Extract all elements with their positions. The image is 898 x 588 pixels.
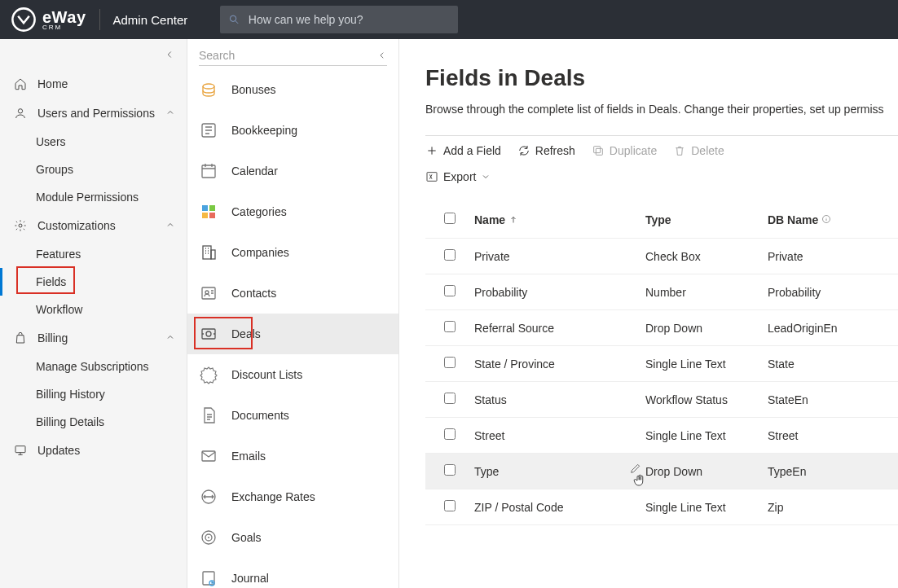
add-field-label: Add a Field	[443, 144, 501, 157]
cell-name: State / Province	[474, 358, 645, 371]
table-row[interactable]: ProbabilityNumberProbability	[425, 274, 898, 310]
nav-label: Users	[36, 135, 66, 148]
chevron-left-icon[interactable]	[376, 50, 387, 61]
search-icon	[228, 13, 240, 26]
cell-dbname: Private	[768, 250, 882, 263]
row-checkbox[interactable]	[444, 357, 456, 368]
nav-item-module-permissions[interactable]: Module Permissions	[0, 183, 187, 211]
select-all-checkbox[interactable]	[444, 213, 456, 224]
info-icon[interactable]	[821, 213, 831, 226]
row-checkbox[interactable]	[444, 285, 456, 296]
nav-item-updates[interactable]: Updates	[0, 436, 187, 465]
row-checkbox[interactable]	[444, 249, 456, 261]
table-row[interactable]: PrivateCheck BoxPrivate	[425, 239, 898, 274]
global-search-input[interactable]	[249, 13, 450, 26]
divider	[425, 135, 898, 136]
exchange-icon	[199, 487, 218, 507]
left-nav: HomeUsers and PermissionsUsersGroupsModu…	[0, 39, 187, 588]
svg-rect-12	[202, 205, 208, 211]
hand-cursor-icon	[632, 473, 647, 490]
row-checkbox-cell[interactable]	[425, 357, 474, 371]
nav-item-manage-subscriptions[interactable]: Manage Subscriptions	[0, 353, 187, 380]
modules-search-input[interactable]	[199, 49, 376, 62]
table-header: Name Type DB Name	[425, 201, 898, 239]
module-item-categories[interactable]: Categories	[187, 191, 398, 232]
nav-label: Billing History	[36, 388, 105, 401]
cell-dbname: Zip	[768, 501, 882, 514]
col-dbname[interactable]: DB Name	[768, 213, 882, 226]
divider	[99, 9, 100, 30]
nav-item-billing[interactable]: Billing	[0, 323, 187, 353]
add-field-button[interactable]: Add a Field	[425, 144, 501, 157]
table-row[interactable]: State / ProvinceSingle Line TextState	[425, 346, 898, 382]
nav-item-billing-history[interactable]: Billing History	[0, 380, 187, 408]
nav-item-home[interactable]: Home	[0, 69, 187, 99]
svg-rect-15	[209, 213, 215, 218]
sort-asc-icon	[508, 215, 518, 225]
module-item-companies[interactable]: Companies	[187, 232, 398, 273]
row-checkbox[interactable]	[444, 393, 456, 404]
row-checkbox-cell[interactable]	[425, 464, 474, 478]
nav-item-workflow[interactable]: Workflow	[0, 296, 187, 323]
row-checkbox-cell[interactable]	[425, 321, 474, 335]
nav-item-groups[interactable]: Groups	[0, 156, 187, 183]
module-item-deals[interactable]: Deals	[187, 314, 398, 354]
row-checkbox-cell[interactable]	[425, 500, 474, 514]
row-checkbox[interactable]	[444, 500, 456, 511]
table-row[interactable]: ZIP / Postal CodeSingle Line TextZip	[425, 489, 898, 525]
cell-name: Status	[474, 393, 645, 406]
module-item-bookkeeping[interactable]: Bookkeeping	[187, 110, 398, 151]
refresh-icon	[517, 144, 530, 157]
nav-item-features[interactable]: Features	[0, 240, 187, 268]
toolbar-row2: Export	[425, 170, 898, 191]
svg-rect-13	[209, 205, 215, 211]
row-checkbox-cell[interactable]	[425, 249, 474, 263]
col-type[interactable]: Type	[645, 213, 768, 226]
nav-label: Updates	[37, 444, 80, 457]
module-label: Documents	[231, 409, 289, 422]
export-button[interactable]: Export	[425, 170, 491, 183]
table-row[interactable]: TypeDrop DownTypeEn	[425, 454, 898, 489]
nav-item-fields[interactable]: Fields	[0, 268, 187, 296]
module-label: Deals	[231, 327, 261, 340]
row-checkbox[interactable]	[444, 428, 456, 440]
refresh-button[interactable]: Refresh	[517, 144, 575, 157]
nav-label: Billing	[37, 331, 68, 344]
table-row[interactable]: StreetSingle Line TextStreet	[425, 418, 898, 454]
module-item-goals[interactable]: Goals	[187, 517, 398, 558]
categories-icon	[199, 202, 218, 222]
row-checkbox[interactable]	[444, 464, 456, 476]
nav-label: Workflow	[36, 303, 82, 316]
svg-point-9	[203, 84, 214, 89]
module-item-calendar[interactable]: Calendar	[187, 151, 398, 191]
cell-dbname: StateEn	[768, 393, 882, 406]
module-item-documents[interactable]: Documents	[187, 395, 398, 436]
module-item-contacts[interactable]: Contacts	[187, 273, 398, 314]
nav-item-customizations[interactable]: Customizations	[0, 211, 187, 240]
module-item-bonuses[interactable]: Bonuses	[187, 69, 398, 110]
modules-search[interactable]	[199, 49, 387, 66]
col-name[interactable]: Name	[474, 213, 645, 226]
table-row[interactable]: StatusWorkflow StatusStateEn	[425, 382, 898, 418]
contacts-icon	[199, 283, 218, 303]
nav-label: Users and Permissions	[37, 107, 155, 120]
row-checkbox-cell[interactable]	[425, 285, 474, 299]
module-item-discount-lists[interactable]: Discount Lists	[187, 354, 398, 395]
table-row[interactable]: Referral SourceDrop DownLeadOriginEn	[425, 310, 898, 346]
module-item-exchange-rates[interactable]: Exchange Rates	[187, 476, 398, 517]
nav-item-users-and-permissions[interactable]: Users and Permissions	[0, 99, 187, 128]
row-checkbox-cell[interactable]	[425, 428, 474, 442]
user-icon	[13, 106, 28, 121]
module-item-journal[interactable]: Journal	[187, 558, 398, 588]
nav-item-billing-details[interactable]: Billing Details	[0, 408, 187, 436]
row-checkbox[interactable]	[444, 321, 456, 332]
svg-point-26	[208, 537, 209, 538]
row-checkbox-cell[interactable]	[425, 393, 474, 406]
cell-type: Check Box	[645, 250, 768, 263]
nav-item-users[interactable]: Users	[0, 128, 187, 156]
svg-rect-11	[202, 165, 215, 178]
select-all-cell[interactable]	[425, 213, 474, 226]
global-search[interactable]	[220, 6, 458, 33]
nav-collapse-button[interactable]	[0, 44, 187, 69]
module-item-emails[interactable]: Emails	[187, 436, 398, 476]
